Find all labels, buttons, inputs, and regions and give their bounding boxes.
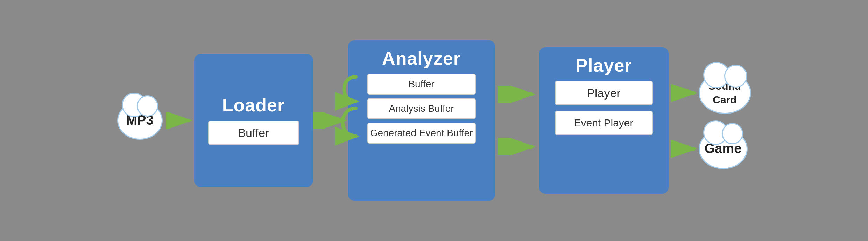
right-side: SoundCard Game — [671, 65, 751, 176]
arrow-eventplayer-to-game — [671, 140, 699, 158]
game-row: Game — [671, 129, 748, 169]
soundcard-label: SoundCard — [708, 79, 741, 107]
analyzer-analysis-buffer-label: Analysis Buffer — [389, 103, 454, 114]
analyzer-loop-arrows — [335, 66, 363, 161]
analyzer-module: Analyzer Buffer Analysis Bu — [348, 40, 495, 201]
event-player-box: Event Player — [555, 111, 653, 135]
player-title: Player — [575, 55, 632, 76]
mp3-cloud: MP3 — [117, 101, 163, 140]
player-box: Player — [555, 81, 653, 105]
game-cloud: Game — [699, 129, 748, 169]
loader-title: Loader — [222, 95, 285, 116]
analyzer-analysis-buffer-box: Analysis Buffer — [367, 98, 476, 119]
arrow-player-to-soundcard — [671, 84, 699, 102]
loader-buffer-label: Buffer — [238, 126, 269, 140]
analyzer-to-player-arrows — [498, 68, 536, 173]
player-module: Player Player Event Player — [539, 47, 669, 194]
event-player-label: Event Player — [574, 117, 633, 129]
mp3-label: MP3 — [126, 112, 153, 129]
soundcard-cloud: SoundCard — [699, 72, 751, 114]
player-label: Player — [587, 86, 620, 100]
arrow-analyzer-to-player — [498, 86, 536, 103]
loader-buffer-box: Buffer — [208, 120, 299, 145]
analyzer-title: Analyzer — [382, 48, 461, 69]
diagram: MP3 Loader Buffer Analyzer — [0, 0, 868, 241]
loader-module: Loader Buffer — [194, 54, 313, 187]
soundcard-row: SoundCard — [671, 72, 751, 114]
analyzer-generated-event-buffer-label: Generated Event Buffer — [370, 127, 473, 139]
analyzer-generated-event-buffer-box: Generated Event Buffer — [367, 123, 476, 144]
analyzer-buffer-box: Buffer — [367, 74, 476, 95]
game-label: Game — [705, 141, 742, 157]
analyzer-buffer-label: Buffer — [408, 79, 434, 90]
arrow-analyzer-to-eventplayer — [498, 138, 536, 155]
arrow-mp3-to-loader — [166, 112, 194, 129]
